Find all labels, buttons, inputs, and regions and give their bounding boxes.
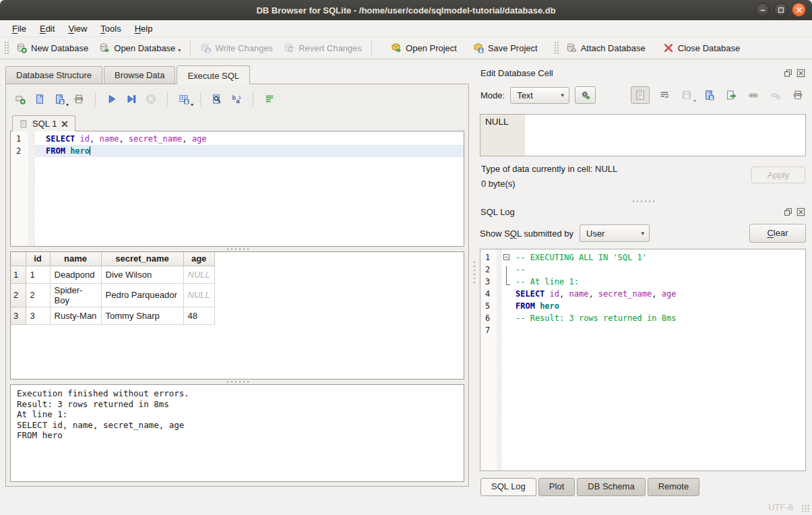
table-cell-age[interactable]: 48 — [183, 307, 214, 324]
float-dock-icon[interactable] — [784, 208, 792, 216]
save-project-button[interactable]: Save Project — [468, 40, 543, 56]
table-cell-secret_name[interactable]: Pedro Parqueador — [101, 283, 183, 307]
table-cell-id[interactable]: 2 — [26, 283, 50, 307]
dropdown-caret-icon: ▾ — [191, 102, 193, 108]
link-icon[interactable] — [746, 88, 761, 102]
table-cell-id[interactable]: 3 — [26, 307, 50, 324]
log-fold-markers[interactable]: − — [502, 249, 511, 471]
save-results-icon[interactable]: ▾ — [177, 92, 191, 106]
toolbar-drag-handle[interactable] — [4, 41, 9, 55]
table-cell-name[interactable]: Deadpond — [50, 266, 101, 283]
minimize-button[interactable] — [755, 3, 770, 17]
row-header[interactable]: 3 — [11, 307, 26, 324]
code-line: SELECT id, name, secret_name, age — [35, 133, 464, 145]
mode-select[interactable]: Text ▾ — [510, 87, 569, 104]
column-header-age[interactable]: age — [183, 252, 214, 266]
attach-database-button[interactable]: Attach Database — [561, 40, 651, 56]
print-icon[interactable] — [71, 92, 86, 106]
editor-code-area[interactable]: SELECT id, name, secret_name, ageFROM he… — [35, 131, 464, 246]
new-sql-tab-icon[interactable] — [13, 92, 28, 106]
column-header-name[interactable]: name — [50, 252, 101, 266]
table-cell-secret_name[interactable]: Dive Wilson — [101, 266, 183, 283]
tab-plot[interactable]: Plot — [538, 478, 575, 496]
encoding-indicator[interactable]: UTF-8 — [768, 502, 793, 512]
submitted-by-select[interactable]: User ▾ — [580, 224, 650, 242]
resize-grip-icon[interactable] — [801, 504, 810, 513]
save-sql-file-icon[interactable]: ▾ — [52, 92, 67, 106]
code-token: name — [569, 289, 589, 299]
row-header[interactable]: 2 — [11, 283, 26, 307]
cell-edit-area[interactable] — [525, 115, 805, 156]
apply-cell-settings-button[interactable] — [575, 86, 596, 104]
menu-item-view[interactable]: View — [61, 22, 94, 36]
menu-item-file[interactable]: File — [5, 22, 33, 36]
code-token: age — [662, 289, 677, 299]
status-bar: UTF-8 — [0, 499, 812, 515]
save-as-icon[interactable] — [701, 88, 716, 102]
tab-database-structure[interactable]: Database Structure — [5, 66, 102, 84]
table-row: 22Spider-BoyPedro ParqueadorNULL — [11, 283, 214, 307]
clear-button[interactable]: Clear — [749, 224, 806, 243]
execute-all-icon[interactable] — [104, 92, 119, 106]
fold-marker — [502, 291, 511, 303]
table-cell-id[interactable]: 1 — [26, 266, 50, 283]
tab-db-schema[interactable]: DB Schema — [577, 478, 645, 496]
close-tab-icon[interactable] — [61, 120, 69, 128]
sql-editor[interactable]: 12 SELECT id, name, secret_name, ageFROM… — [10, 131, 464, 247]
close-dock-icon[interactable] — [797, 208, 805, 216]
maximize-button[interactable] — [774, 3, 788, 17]
format-sql-icon[interactable]: ba — [229, 92, 244, 106]
cell-value-editor[interactable]: NULL — [480, 114, 806, 156]
tab-execute-sql[interactable]: Execute SQL — [177, 65, 250, 84]
table-cell-name[interactable]: Spider-Boy — [50, 283, 101, 307]
fold-marker — [502, 303, 511, 315]
fold-box-icon[interactable]: − — [503, 254, 509, 260]
open-database-button[interactable]: Open Database ▾ — [94, 40, 186, 56]
left-panel: Database Structure Browse Data Execute S… — [5, 65, 469, 499]
table-cell-secret_name[interactable]: Tommy Sharp — [101, 307, 183, 324]
menu-item-edit[interactable]: Edit — [33, 22, 61, 36]
menu-item-tools[interactable]: Tools — [94, 22, 127, 36]
editor-results-splitter[interactable] — [10, 247, 464, 251]
find-icon[interactable] — [210, 92, 224, 106]
open-project-button[interactable]: Open Project — [385, 40, 462, 56]
text-mode-icon[interactable] — [631, 86, 650, 104]
code-token: SELECT — [46, 134, 75, 144]
results-message-splitter[interactable] — [10, 380, 464, 384]
code-token: SELECT — [516, 289, 544, 299]
execute-current-line-icon[interactable] — [124, 92, 139, 106]
corner-header[interactable] — [11, 252, 26, 266]
menu-item-help[interactable]: Help — [128, 22, 160, 36]
new-database-button[interactable]: New Database — [11, 40, 94, 56]
close-dock-icon[interactable] — [797, 69, 805, 78]
sql-log-view[interactable]: 1234567 − -- EXECUTING ALL IN 'SQL 1'---… — [480, 249, 806, 471]
word-wrap-icon[interactable] — [657, 88, 672, 102]
word-wrap-icon[interactable] — [262, 92, 277, 106]
toolbar-separator — [190, 40, 191, 55]
sql-file-tab[interactable]: SQL 1 — [12, 115, 75, 131]
print-cell-icon[interactable] — [790, 88, 805, 102]
tab-remote[interactable]: Remote — [648, 478, 700, 496]
dropdown-caret-icon: ▾ — [66, 102, 69, 108]
row-header[interactable]: 1 — [11, 266, 26, 283]
main-toolbar: New Database Open Database ▾ Write Chang… — [0, 36, 812, 59]
close-database-button[interactable]: Close Database — [658, 40, 746, 56]
fold-line — [506, 266, 507, 278]
export-data-icon[interactable] — [724, 88, 739, 102]
close-button[interactable] — [792, 3, 806, 17]
tab-browse-data[interactable]: Browse Data — [104, 66, 175, 84]
column-header-secret-name[interactable]: secret_name — [101, 252, 183, 266]
toolbar-drag-handle[interactable] — [554, 41, 559, 55]
table-cell-age[interactable]: NULL — [183, 283, 214, 307]
dock-splitter[interactable] — [480, 199, 806, 204]
line-number: 4 — [485, 288, 497, 300]
column-header-id[interactable]: id — [26, 252, 50, 266]
table-cell-name[interactable]: Rusty-Man — [50, 307, 101, 324]
open-sql-file-icon[interactable] — [32, 92, 47, 106]
fold-marker[interactable]: − — [502, 254, 511, 266]
panel-splitter[interactable] — [469, 65, 480, 499]
float-dock-icon[interactable] — [784, 69, 792, 78]
tab-sql-log[interactable]: SQL Log — [480, 478, 536, 496]
toolbar-separator — [167, 92, 168, 107]
table-cell-age[interactable]: NULL — [183, 266, 214, 283]
